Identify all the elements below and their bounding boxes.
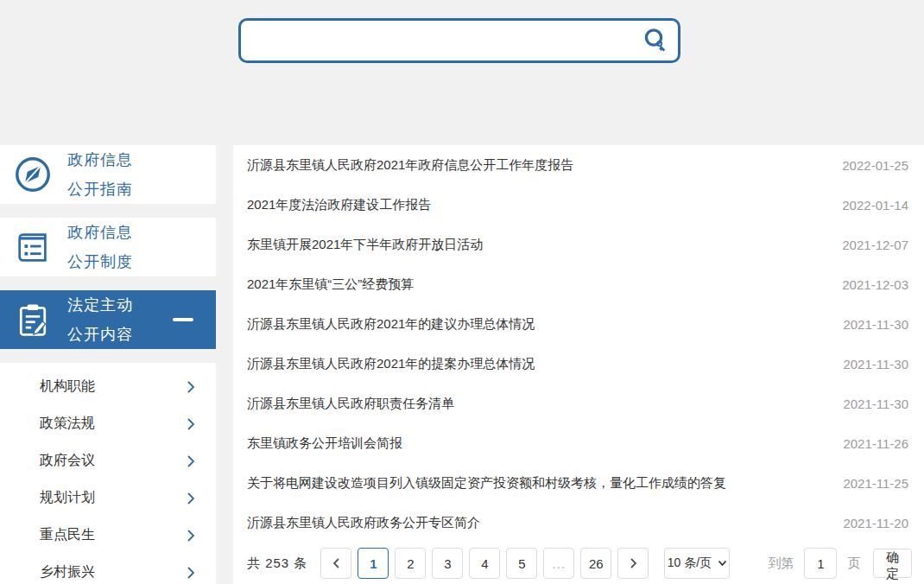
article-title[interactable]: 沂源县东里镇人民政府政务公开专区简介 bbox=[247, 515, 480, 531]
prev-page-button[interactable] bbox=[320, 548, 351, 579]
article-date: 2021-12-07 bbox=[825, 238, 908, 252]
collapse-minus-icon[interactable] bbox=[173, 318, 193, 321]
sidebar-item-label: 法定主动 公开内容 bbox=[67, 290, 133, 349]
page-ellipsis-button[interactable]: ... bbox=[543, 548, 574, 579]
menu-item-label: 机构职能 bbox=[40, 378, 95, 396]
confirm-button[interactable]: 确定 bbox=[873, 549, 912, 578]
sidebar-item-gov-info-system[interactable]: 政府信息 公开制度 bbox=[0, 218, 216, 276]
chevron-right-icon bbox=[187, 454, 195, 468]
search-box bbox=[238, 18, 680, 63]
article-date: 2021-11-26 bbox=[826, 436, 908, 451]
article-title[interactable]: 关于将电网建设改造项目列入镇级固定资产投资额和村级考核，量化工作成绩的答复 bbox=[247, 475, 726, 492]
article-title[interactable]: 沂源县东里镇人民政府2021年政府信息公开工作年度报告 bbox=[247, 157, 573, 174]
sidebar-item-gov-info-guide[interactable]: 政府信息 公开指南 bbox=[0, 145, 216, 204]
ledger-icon bbox=[12, 226, 54, 268]
article-title[interactable]: 2021年度法治政府建设工作报告 bbox=[247, 197, 431, 213]
article-row[interactable]: 东里镇政务公开培训会简报2021-11-26 bbox=[233, 423, 924, 463]
article-row[interactable]: 2021年度法治政府建设工作报告2022-01-14 bbox=[233, 185, 924, 225]
sidebar-menu: 机构职能政策法规政府会议规划计划重点民生乡村振兴 bbox=[0, 363, 216, 584]
sidebar-item-label: 政府信息 公开指南 bbox=[67, 145, 133, 204]
search-input[interactable] bbox=[241, 21, 633, 60]
chevron-right-icon bbox=[187, 417, 195, 431]
menu-item-label: 乡村振兴 bbox=[40, 563, 95, 581]
article-list-panel: 沂源县东里镇人民政府2021年政府信息公开工作年度报告2022-01-25202… bbox=[233, 145, 924, 584]
page-number-button[interactable]: 5 bbox=[506, 548, 537, 579]
sidebar-menu-item[interactable]: 政府会议 bbox=[0, 442, 216, 479]
sidebar-menu-item[interactable]: 政策法规 bbox=[0, 405, 216, 442]
sidebar: 政府信息 公开指南 政府信息 公开制度 bbox=[0, 145, 216, 584]
article-title[interactable]: 东里镇政务公开培训会简报 bbox=[247, 435, 402, 452]
chevron-left-icon bbox=[332, 557, 341, 569]
page-size-select[interactable]: 10 条/页 bbox=[664, 548, 730, 579]
menu-item-label: 重点民生 bbox=[40, 526, 95, 544]
article-date: 2021-11-25 bbox=[826, 476, 908, 491]
article-row[interactable]: 沂源县东里镇人民政府2021年的建议办理总体情况2021-11-30 bbox=[233, 304, 924, 344]
article-date: 2021-11-30 bbox=[826, 397, 908, 411]
article-date: 2021-11-20 bbox=[826, 516, 908, 530]
article-date: 2021-12-03 bbox=[825, 277, 908, 292]
menu-item-label: 政府会议 bbox=[40, 452, 95, 470]
next-page-button[interactable] bbox=[617, 548, 649, 579]
page-number-button[interactable]: 3 bbox=[432, 548, 463, 579]
article-title[interactable]: 沂源县东里镇人民政府职责任务清单 bbox=[247, 396, 454, 412]
search-icon bbox=[641, 26, 670, 55]
sidebar-menu-item[interactable]: 乡村振兴 bbox=[0, 554, 216, 584]
article-row[interactable]: 东里镇开展2021年下半年政府开放日活动2021-12-07 bbox=[233, 225, 924, 264]
article-date: 2021-11-30 bbox=[826, 357, 908, 371]
chevron-right-icon bbox=[187, 492, 195, 505]
page-number-button[interactable]: 2 bbox=[395, 548, 426, 579]
article-row[interactable]: 沂源县东里镇人民政府政务公开专区简介2021-11-20 bbox=[233, 503, 924, 543]
article-row[interactable]: 沂源县东里镇人民政府2021年政府信息公开工作年度报告2022-01-25 bbox=[233, 145, 924, 185]
header bbox=[0, 0, 924, 145]
menu-item-label: 规划计划 bbox=[40, 489, 95, 507]
chevron-right-icon bbox=[187, 529, 195, 543]
page-number-button[interactable]: 4 bbox=[469, 548, 500, 579]
chevron-right-icon bbox=[187, 566, 195, 580]
page-size-value: 10 条/页 bbox=[668, 555, 712, 571]
sidebar-menu-item[interactable]: 规划计划 bbox=[0, 479, 216, 517]
article-row[interactable]: 沂源县东里镇人民政府职责任务清单2021-11-30 bbox=[233, 384, 924, 423]
content: 政府信息 公开指南 政府信息 公开制度 bbox=[0, 145, 924, 584]
goto-page-input[interactable] bbox=[804, 548, 837, 579]
sidebar-item-label: 政府信息 公开制度 bbox=[67, 218, 133, 276]
article-list: 沂源县东里镇人民政府2021年政府信息公开工作年度报告2022-01-25202… bbox=[233, 145, 924, 543]
goto-prefix-label: 到第 bbox=[768, 555, 794, 572]
article-title[interactable]: 东里镇开展2021年下半年政府开放日活动 bbox=[247, 237, 483, 253]
goto-suffix-label: 页 bbox=[847, 555, 860, 572]
article-title[interactable]: 沂源县东里镇人民政府2021年的提案办理总体情况 bbox=[247, 356, 535, 372]
article-row[interactable]: 关于将电网建设改造项目列入镇级固定资产投资额和村级考核，量化工作成绩的答复202… bbox=[233, 463, 924, 503]
page-number-button[interactable]: 26 bbox=[580, 548, 611, 579]
search-button[interactable] bbox=[633, 21, 678, 60]
chevron-right-icon bbox=[629, 557, 638, 569]
pagination-bar: 共 253 条 12345...26 10 条/页 bbox=[233, 543, 924, 584]
sidebar-menu-item[interactable]: 机构职能 bbox=[0, 368, 216, 405]
total-count: 共 253 条 bbox=[247, 555, 307, 572]
compass-icon bbox=[12, 154, 54, 195]
article-row[interactable]: 沂源县东里镇人民政府2021年的提案办理总体情况2021-11-30 bbox=[233, 344, 924, 384]
article-title[interactable]: 沂源县东里镇人民政府2021年的建议办理总体情况 bbox=[247, 316, 535, 333]
chevron-right-icon bbox=[187, 380, 195, 394]
article-title[interactable]: 2021年东里镇“三公”经费预算 bbox=[247, 276, 414, 293]
sidebar-item-statutory-disclosure[interactable]: 法定主动 公开内容 bbox=[0, 290, 216, 349]
article-row[interactable]: 2021年东里镇“三公”经费预算2021-12-03 bbox=[233, 264, 924, 304]
sidebar-menu-item[interactable]: 重点民生 bbox=[0, 517, 216, 554]
page-buttons: 12345...26 bbox=[351, 548, 611, 579]
article-date: 2021-11-30 bbox=[826, 317, 908, 332]
menu-item-label: 政策法规 bbox=[40, 415, 95, 433]
clipboard-pen-icon bbox=[12, 299, 54, 340]
article-date: 2022-01-14 bbox=[825, 198, 908, 213]
page-number-button[interactable]: 1 bbox=[358, 548, 389, 579]
chevron-down-icon bbox=[718, 560, 727, 567]
article-date: 2022-01-25 bbox=[825, 158, 908, 173]
page: 政府信息 公开指南 政府信息 公开制度 bbox=[0, 0, 924, 584]
